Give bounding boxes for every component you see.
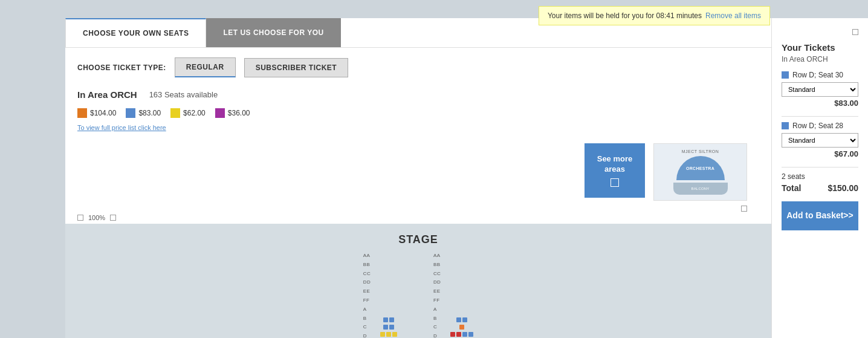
venue-thumbnail: MJECT SILTRON ORCHESTRA BALCONY <box>653 143 747 201</box>
price-swatch-3 <box>215 108 225 118</box>
balcony-shape: BALCONY <box>673 183 728 195</box>
divider-1 <box>782 116 858 117</box>
price-amount-3: $36.00 <box>228 109 250 117</box>
see-more-arrow-icon <box>611 178 619 187</box>
price-item-2: $62.00 <box>170 108 206 118</box>
zoom-row: 100% <box>65 212 771 224</box>
seat-dot[interactable] <box>389 325 394 330</box>
ticket-type-row: CHOOSE TICKET TYPE: REGULAR SUBSCRIBER T… <box>65 48 771 83</box>
stage-label: STAGE <box>65 224 771 252</box>
price-amount-1: $83.00 <box>138 109 161 117</box>
price-swatch-2 <box>170 108 180 118</box>
price-amount-0: $104.00 <box>90 109 116 117</box>
seat-dot[interactable] <box>383 325 388 330</box>
price-list-link[interactable]: To view full price list click here <box>77 124 166 131</box>
zoom-plus-icon[interactable] <box>110 215 116 221</box>
left-seat-section: AA BB CC DD EE FF A B C D E F <box>363 252 397 338</box>
see-more-areas-button[interactable]: See moreareas <box>585 143 645 198</box>
seats-count: 2 seats <box>782 172 858 181</box>
sidebar: Your Tickets In Area ORCH Row D; Seat 30… <box>771 18 868 338</box>
zoom-value: 100% <box>88 214 105 221</box>
ticket-1-type-select[interactable]: Standard <box>782 82 858 97</box>
your-tickets-title: Your Tickets <box>782 42 858 53</box>
price-amount-2: $62.00 <box>183 109 206 117</box>
price-item-1: $83.00 <box>126 108 161 118</box>
notification-text: Your items will be held for you for 08:4… <box>548 11 702 20</box>
notification-bar: Your items will be held for you for 08:4… <box>539 6 770 25</box>
divider-2 <box>782 167 858 167</box>
area-title: In Area ORCH <box>77 89 137 100</box>
stage-map: STAGE AA BB CC DD EE FF A B C D <box>65 224 771 338</box>
tab-choose-own[interactable]: CHOOSE YOUR OWN SEATS <box>65 18 206 47</box>
ticket-1-swatch <box>782 71 789 79</box>
zoom-minus-icon[interactable] <box>77 215 83 221</box>
total-price: $150.00 <box>828 183 858 193</box>
right-row-labels: AA BB CC DD EE FF A B C D E F <box>433 252 441 338</box>
ticket-2-type-select[interactable]: Standard <box>782 133 858 148</box>
price-legend: $104.00 $83.00 $62.00 $36.00 <box>65 106 771 120</box>
total-row: Total $150.00 <box>782 183 858 193</box>
seat-dot[interactable] <box>462 332 467 337</box>
seat-dot[interactable] <box>389 317 394 322</box>
area-info: In Area ORCH 163 Seats available <box>65 83 771 106</box>
ticket-1-price: $83.00 <box>782 99 858 108</box>
remove-all-items-link[interactable]: Remove all items <box>705 11 761 20</box>
price-item-3: $36.00 <box>215 108 250 118</box>
price-swatch-1 <box>126 108 135 118</box>
ticket-2-price: $67.00 <box>782 149 858 158</box>
venue-top-label: MJECT SILTRON <box>682 149 719 154</box>
seat-dot[interactable] <box>468 332 473 337</box>
orch-label: ORCHESTRA <box>686 166 714 171</box>
right-seat-dots <box>450 252 473 338</box>
regular-ticket-btn[interactable]: REGULAR <box>175 57 236 77</box>
add-to-basket-button[interactable]: Add to Basket>> <box>782 201 858 230</box>
seat-dot[interactable] <box>380 332 385 337</box>
seats-available: 163 Seats available <box>149 90 218 99</box>
sidebar-top-checkbox[interactable] <box>852 29 858 35</box>
total-label: Total <box>782 183 801 193</box>
ticket-entry-1: Row D; Seat 30 Standard $83.00 <box>782 71 858 108</box>
ticket-1-label: Row D; Seat 30 <box>792 71 843 79</box>
map-section: See moreareas MJECT SILTRON ORCHESTRA BA… <box>65 143 771 212</box>
tab-let-us[interactable]: LET US CHOOSE FOR YOU <box>206 18 340 47</box>
venue-map-checkbox[interactable] <box>741 206 747 212</box>
seat-dot[interactable] <box>386 332 391 337</box>
ticket-2-label: Row D; Seat 28 <box>792 122 843 130</box>
left-row-labels: AA BB CC DD EE FF A B C D E F <box>363 252 371 338</box>
ticket-2-row-seat: Row D; Seat 28 <box>782 122 858 130</box>
ticket-type-label: CHOOSE TICKET TYPE: <box>77 63 166 72</box>
price-item-0: $104.00 <box>77 108 116 118</box>
seat-dot[interactable] <box>462 317 467 322</box>
ticket-2-swatch <box>782 122 789 129</box>
seat-dot[interactable] <box>459 325 464 330</box>
subscriber-ticket-btn[interactable]: SUBSCRIBER TICKET <box>244 58 349 77</box>
seating-layout: AA BB CC DD EE FF A B C D E F <box>65 252 771 338</box>
price-swatch-0 <box>77 108 87 118</box>
orchestra-shape: ORCHESTRA <box>676 156 725 180</box>
right-seat-section: AA BB CC DD EE FF A B C D E F <box>433 252 473 338</box>
seat-dot[interactable] <box>456 317 461 322</box>
seat-dot[interactable] <box>383 317 388 322</box>
seat-dot[interactable] <box>392 332 397 337</box>
sidebar-area: In Area ORCH <box>782 55 858 63</box>
seat-dot[interactable] <box>456 332 461 337</box>
balc-label: BALCONY <box>691 187 709 190</box>
ticket-entry-2: Row D; Seat 28 Standard $67.00 <box>782 122 858 158</box>
seat-dot[interactable] <box>450 332 455 337</box>
see-more-areas-label: See moreareas <box>597 154 633 175</box>
ticket-1-row-seat: Row D; Seat 30 <box>782 71 858 79</box>
left-seat-dots <box>380 252 397 338</box>
